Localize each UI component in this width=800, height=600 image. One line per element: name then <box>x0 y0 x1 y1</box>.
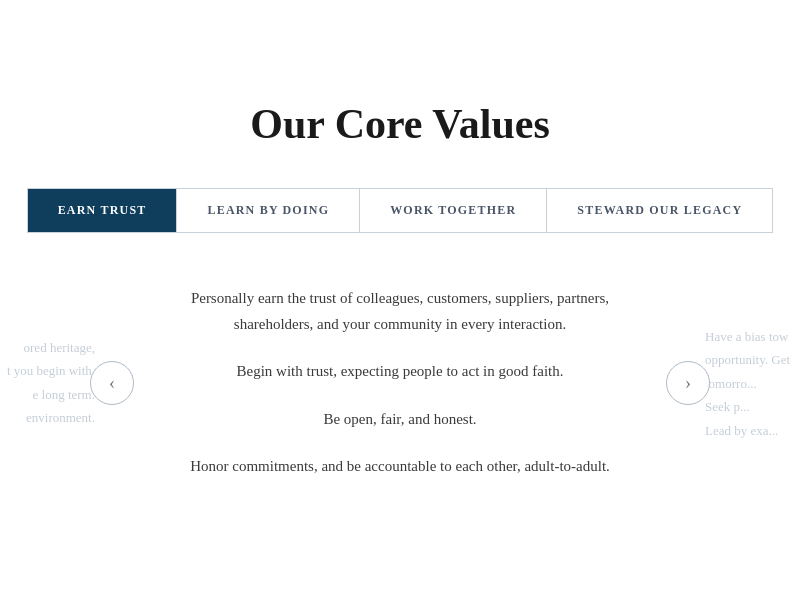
tab-earn-trust[interactable]: EARN TRUST <box>28 189 178 232</box>
content-area: ored heritage, t you begin with. e long … <box>0 283 800 483</box>
tab-learn-by-doing[interactable]: LEARN BY DOING <box>177 189 360 232</box>
ghost-right-line-1: Have a bias tow <box>705 325 800 348</box>
ghost-left-line-4: environment. <box>0 406 95 429</box>
text-content: Personally earn the trust of colleagues,… <box>140 286 660 480</box>
content-line-4: Honor commitments, and be accountable to… <box>160 454 640 480</box>
ghost-right-line-5: Lead by exa... <box>705 418 800 441</box>
prev-button[interactable]: ‹ <box>90 361 134 405</box>
content-line-1: Personally earn the trust of colleagues,… <box>160 286 640 337</box>
next-button[interactable]: › <box>666 361 710 405</box>
tab-steward-our-legacy[interactable]: STEWARD OUR LEGACY <box>547 189 772 232</box>
page-title: Our Core Values <box>250 100 550 148</box>
ghost-right-line-2: opportunity. Get <box>705 348 800 371</box>
ghost-left-line-3: e long term. <box>0 383 95 406</box>
ghost-left-line-2: t you begin with. <box>0 360 95 383</box>
page-container: Our Core Values EARN TRUST LEARN BY DOIN… <box>0 0 800 600</box>
ghost-left-line-1: ored heritage, <box>0 336 95 359</box>
ghost-right-line-3: tomorro... <box>705 371 800 394</box>
tabs-container: EARN TRUST LEARN BY DOING WORK TOGETHER … <box>27 188 774 233</box>
content-line-2: Begin with trust, expecting people to ac… <box>160 359 640 385</box>
tab-work-together[interactable]: WORK TOGETHER <box>360 189 547 232</box>
content-line-3: Be open, fair, and honest. <box>160 407 640 433</box>
ghost-right-line-4: Seek p... <box>705 395 800 418</box>
